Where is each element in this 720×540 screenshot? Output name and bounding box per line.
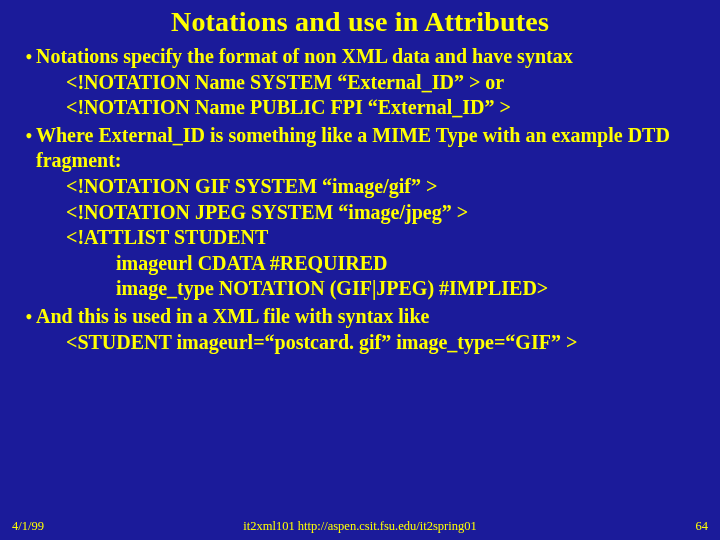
- bullet-lead: And this is used in a XML file with synt…: [36, 305, 429, 327]
- bullet-line: <!NOTATION JPEG SYSTEM “image/jpeg” >: [36, 200, 704, 226]
- slide: Notations and use in Attributes • Notati…: [0, 0, 720, 540]
- bullet-lead: Notations specify the format of non XML …: [36, 45, 573, 67]
- bullet-dot-icon: •: [22, 46, 36, 69]
- bullet-content: Where External_ID is something like a MI…: [36, 123, 704, 302]
- bullet-line: <!NOTATION Name PUBLIC FPI “External_ID”…: [36, 95, 704, 121]
- slide-title: Notations and use in Attributes: [0, 0, 720, 44]
- bullet-line: <!ATTLIST STUDENT: [36, 225, 704, 251]
- bullet-lead: Where External_ID is something like a MI…: [36, 124, 670, 172]
- bullet-item: • Where External_ID is something like a …: [22, 123, 704, 302]
- bullet-content: And this is used in a XML file with synt…: [36, 304, 704, 355]
- bullet-item: • And this is used in a XML file with sy…: [22, 304, 704, 355]
- bullet-line: <!NOTATION GIF SYSTEM “image/gif” >: [36, 174, 704, 200]
- bullet-line: imageurl CDATA #REQUIRED: [36, 251, 704, 277]
- slide-body: • Notations specify the format of non XM…: [0, 44, 720, 355]
- bullet-item: • Notations specify the format of non XM…: [22, 44, 704, 121]
- bullet-line: image_type NOTATION (GIF|JPEG) #IMPLIED>: [36, 276, 704, 302]
- bullet-dot-icon: •: [22, 306, 36, 329]
- footer-pagenum: 64: [696, 519, 709, 534]
- footer-source: it2xml101 http://aspen.csit.fsu.edu/it2s…: [0, 519, 720, 534]
- bullet-line: <!NOTATION Name SYSTEM “External_ID” > o…: [36, 70, 704, 96]
- bullet-dot-icon: •: [22, 125, 36, 148]
- bullet-content: Notations specify the format of non XML …: [36, 44, 704, 121]
- bullet-line: <STUDENT imageurl=“postcard. gif” image_…: [36, 330, 704, 356]
